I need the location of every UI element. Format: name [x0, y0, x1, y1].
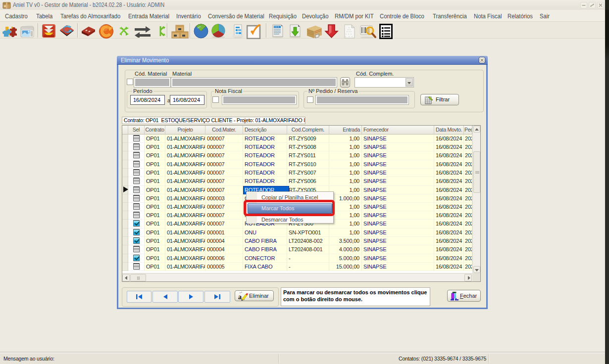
svg-text:a: a [238, 293, 242, 301]
